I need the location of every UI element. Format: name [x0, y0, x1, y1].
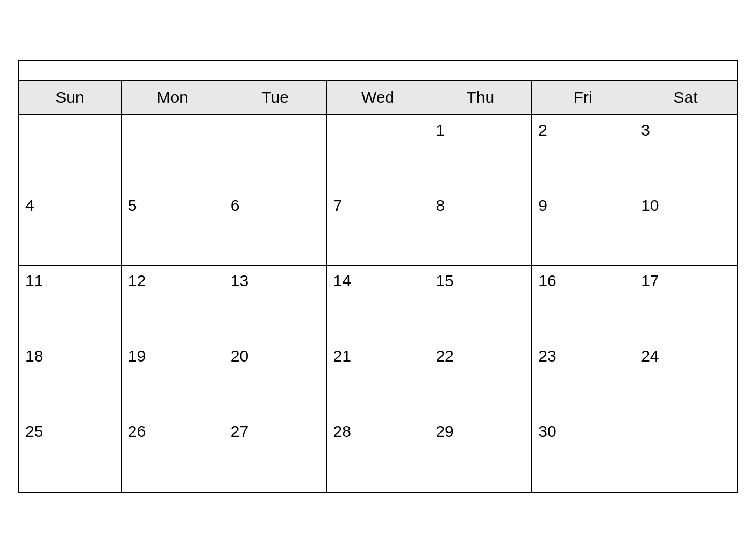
- day-cell[interactable]: [19, 115, 122, 190]
- day-cell[interactable]: 18: [19, 341, 122, 416]
- day-cell[interactable]: 17: [634, 266, 737, 341]
- day-cell[interactable]: [327, 115, 430, 190]
- day-header-fri: Fri: [532, 81, 634, 115]
- day-cell[interactable]: 25: [19, 416, 122, 492]
- day-number: 10: [641, 196, 730, 215]
- day-cell[interactable]: 19: [122, 341, 224, 416]
- day-number: 8: [436, 196, 525, 215]
- day-number: 16: [538, 271, 627, 291]
- day-cell[interactable]: 4: [19, 190, 122, 266]
- day-header-sat: Sat: [634, 81, 737, 115]
- day-cell[interactable]: 27: [224, 416, 327, 492]
- day-number: 18: [25, 346, 115, 366]
- day-number: 6: [231, 196, 320, 215]
- day-cell[interactable]: 26: [122, 416, 224, 492]
- day-cell[interactable]: 5: [122, 190, 224, 266]
- day-number: 19: [128, 346, 217, 366]
- day-number: 29: [436, 422, 525, 441]
- day-cell[interactable]: 21: [327, 341, 430, 416]
- day-header-wed: Wed: [327, 81, 430, 115]
- day-cell[interactable]: 2: [532, 115, 634, 190]
- day-number: 26: [128, 422, 217, 441]
- day-cell[interactable]: 13: [224, 266, 327, 341]
- day-number: 22: [436, 346, 525, 366]
- day-number: 23: [538, 346, 627, 366]
- day-header-sun: Sun: [19, 81, 122, 115]
- day-cell[interactable]: 10: [634, 190, 737, 266]
- day-number: 3: [641, 121, 730, 140]
- day-number: 5: [128, 196, 217, 215]
- day-cell[interactable]: 22: [429, 341, 532, 416]
- calendar-header: [19, 61, 737, 81]
- day-number: 25: [25, 422, 115, 441]
- day-cell[interactable]: 24: [634, 341, 737, 416]
- day-number: 2: [538, 121, 627, 140]
- day-number: 1: [436, 121, 525, 140]
- day-number: 4: [25, 196, 115, 215]
- day-cell[interactable]: 6: [224, 190, 327, 266]
- day-cell[interactable]: 11: [19, 266, 122, 341]
- day-cell[interactable]: [634, 416, 737, 492]
- day-cell[interactable]: 29: [429, 416, 532, 492]
- day-number: 27: [231, 422, 320, 441]
- day-number: 17: [641, 271, 730, 291]
- calendar: SunMonTueWedThuFriSat1234567891011121314…: [18, 60, 738, 493]
- day-number: 14: [333, 271, 423, 291]
- day-cell[interactable]: 14: [327, 266, 430, 341]
- day-cell[interactable]: 1: [429, 115, 532, 190]
- day-number: 13: [231, 271, 320, 291]
- day-cell[interactable]: 20: [224, 341, 327, 416]
- day-number: 24: [641, 346, 730, 366]
- day-cell[interactable]: 3: [634, 115, 737, 190]
- day-cell[interactable]: [224, 115, 327, 190]
- day-header-thu: Thu: [429, 81, 532, 115]
- day-number: 11: [25, 271, 115, 291]
- day-cell[interactable]: 9: [532, 190, 634, 266]
- day-number: 30: [538, 422, 627, 441]
- day-cell[interactable]: 8: [429, 190, 532, 266]
- day-number: 28: [333, 422, 423, 441]
- day-number: 15: [436, 271, 525, 291]
- day-cell[interactable]: 7: [327, 190, 430, 266]
- day-number: 7: [333, 196, 423, 215]
- day-number: 21: [333, 346, 423, 366]
- day-number: 12: [128, 271, 217, 291]
- day-cell[interactable]: 30: [532, 416, 634, 492]
- calendar-grid: SunMonTueWedThuFriSat1234567891011121314…: [19, 81, 737, 492]
- day-number: 20: [231, 346, 320, 366]
- day-cell[interactable]: 23: [532, 341, 634, 416]
- day-cell[interactable]: 28: [327, 416, 430, 492]
- day-cell[interactable]: 15: [429, 266, 532, 341]
- day-cell[interactable]: [122, 115, 224, 190]
- day-header-tue: Tue: [224, 81, 327, 115]
- day-cell[interactable]: 12: [122, 266, 224, 341]
- day-cell[interactable]: 16: [532, 266, 634, 341]
- day-header-mon: Mon: [122, 81, 224, 115]
- day-number: 9: [538, 196, 627, 215]
